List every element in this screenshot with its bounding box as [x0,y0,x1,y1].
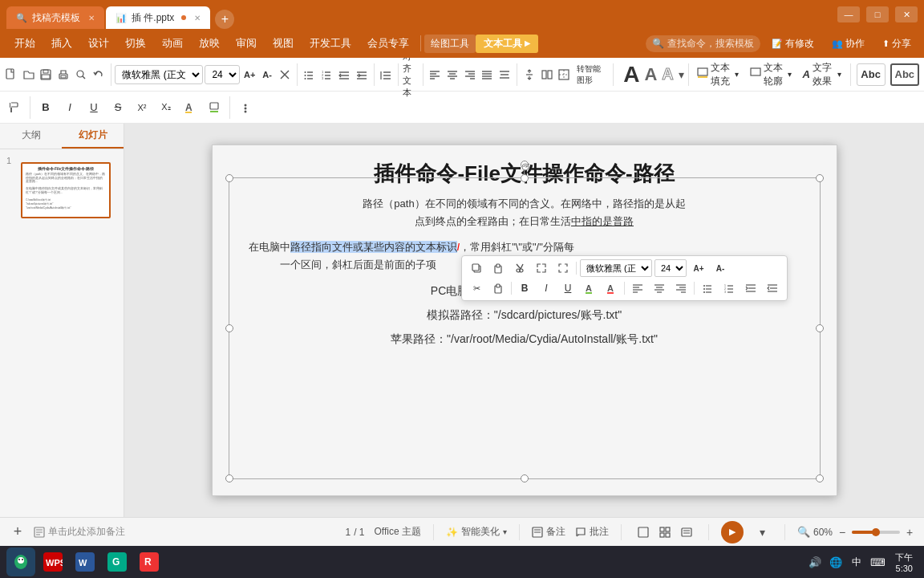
menu-start[interactable]: 开始 [6,33,43,54]
mini-expand-btn[interactable] [532,259,551,277]
bold-button[interactable]: B [34,96,57,119]
text-fill-button[interactable]: 文本填充 ▾ [692,59,744,91]
normal-view-button[interactable] [634,523,653,541]
tab-pptx-close[interactable]: ✕ [194,14,201,22]
format-painter-button[interactable] [3,96,26,119]
clear-format-button[interactable] [277,63,293,86]
mini-size-select[interactable]: 24 [654,259,687,277]
mini-collapse-btn[interactable] [553,259,573,277]
mini-italic-btn[interactable]: I [537,279,556,297]
distribute-button[interactable] [496,63,513,86]
new-tab-button[interactable]: + [215,10,234,29]
mini-align-left-btn[interactable] [628,279,647,297]
search-bar[interactable]: 🔍 查找命令，搜索模板 [646,35,760,52]
subscript-button[interactable]: X₂ [155,96,177,119]
play-button[interactable]: ▶ [721,521,744,543]
slides-tab[interactable]: 幻灯片 [62,124,124,149]
menu-design[interactable]: 设计 [80,33,117,54]
mini-underline-btn[interactable]: U [558,279,578,297]
print-button[interactable] [55,63,71,86]
zoom-out-button[interactable]: − [836,526,849,539]
close-button[interactable]: ✕ [895,6,918,22]
menu-switch[interactable]: 切换 [117,33,154,54]
slide-thumbnail-1[interactable]: 插件命令-File文件操作命令-路径 路径（path）在不同的领域有不同的含义。… [21,162,111,218]
menu-play[interactable]: 放映 [191,33,228,54]
text-outline-button[interactable]: 文本轮廓 ▾ [745,59,796,91]
save-button[interactable] [38,63,55,86]
tab-pptx[interactable]: 📊 插 件.pptx ✕ [106,6,210,29]
taskbar-app-red[interactable]: R [135,547,164,576]
mini-bullets-btn[interactable] [698,279,717,297]
mini-size-down-btn[interactable]: A- [711,259,730,277]
minimize-button[interactable]: — [837,6,860,22]
note-button[interactable]: 备注 [532,525,565,539]
zoom-slider[interactable] [852,531,900,534]
mini-decrease-indent[interactable] [763,279,782,297]
more-format-button[interactable] [234,96,257,119]
reader-view-button[interactable] [677,523,696,541]
font-size-select[interactable]: 24 [205,65,240,84]
strikethrough-button[interactable]: S [107,96,129,119]
review-button[interactable]: 批注 [575,525,609,539]
mini-cut-scissors[interactable]: ✂ [467,279,486,297]
align-center-button[interactable] [444,63,460,86]
grid-view-button[interactable] [655,523,675,541]
taskbar-app-word[interactable]: W [71,547,99,576]
outline-tab[interactable]: 大纲 [0,124,62,149]
mini-clipboard[interactable] [488,279,508,297]
menu-view[interactable]: 视图 [265,33,302,54]
mini-size-up-btn[interactable]: A+ [689,259,708,277]
menu-dev[interactable]: 开发工具 [302,33,359,54]
mini-highlight-btn[interactable]: A [580,279,599,297]
font-name-select[interactable]: 微软雅黑 (正文) [115,65,203,84]
text-effect-arrow[interactable]: ▾ [837,70,841,79]
indent-decrease-button[interactable] [336,63,352,86]
text-style-dropdown[interactable]: ▾ [679,68,684,81]
text-fill-arrow[interactable]: ▾ [735,70,739,79]
font-color-button[interactable]: A [179,96,201,119]
border-button[interactable] [556,63,572,86]
add-slide-button[interactable]: + [8,523,27,542]
has-changes-button[interactable]: 📝 有修改 [765,35,821,53]
share-button[interactable]: ⬆ 分享 [876,35,918,53]
mini-copy-btn[interactable] [467,259,486,277]
align-button[interactable]: 对齐文本 [403,63,419,86]
mini-align-center-btn[interactable] [650,279,669,297]
taskbar-keyboard-icon[interactable]: ⌨ [869,554,886,570]
italic-button[interactable]: I [59,96,81,119]
align-left-button[interactable] [427,63,443,86]
smart-shape-button[interactable]: 转智能图形 [573,63,608,86]
taskbar-volume-icon[interactable]: 🔊 [807,554,823,570]
taskbar-app-green[interactable]: G [103,547,132,576]
font-size-decrease-button[interactable]: A- [259,63,275,86]
note-hint[interactable]: 单击此处添加备注 [48,525,125,539]
mini-cut-btn[interactable] [510,259,529,277]
mini-numbering-btn[interactable]: 123 [719,279,739,297]
col-button[interactable] [539,63,555,86]
zoom-in-button[interactable]: + [903,526,916,539]
text-tool-button[interactable]: 文本工具 ▶ [476,35,538,53]
indent-increase-button[interactable] [354,63,370,86]
taskbar-input-method-icon[interactable]: 中 [849,554,865,570]
resize-handle-br[interactable] [816,474,824,482]
zoom-slider-thumb[interactable] [872,528,880,536]
font-size-increase-button[interactable]: A+ [241,63,257,86]
highlight-button[interactable] [203,96,225,119]
resize-handle-mr[interactable] [816,324,824,332]
menu-member[interactable]: 会员专享 [359,33,417,54]
slide-canvas[interactable]: 插件命令-File文件操作命令-路径 路径（path）在不同的领域有不同的含义。… [212,144,837,496]
superscript-button[interactable]: X² [131,96,153,119]
justify-button[interactable] [480,63,496,86]
number-list-button[interactable]: 123 [318,63,334,86]
taskbar-app-wps[interactable]: WPS [38,547,67,576]
mini-font-select[interactable]: 微软雅黑 (正文) [580,259,652,277]
style-abc-outline[interactable]: Abc [890,63,920,86]
open-file-button[interactable] [21,63,37,86]
find-button[interactable] [73,63,89,86]
undo-button[interactable] [91,63,107,86]
tab-find-template[interactable]: 🔍 找稿壳模板 ✕ [6,6,104,29]
collaborate-button[interactable]: 👥 协作 [825,35,871,53]
taskbar-app-penguin[interactable] [6,547,35,576]
underline-button[interactable]: U [83,96,105,119]
mini-color-btn[interactable]: A [602,279,621,297]
